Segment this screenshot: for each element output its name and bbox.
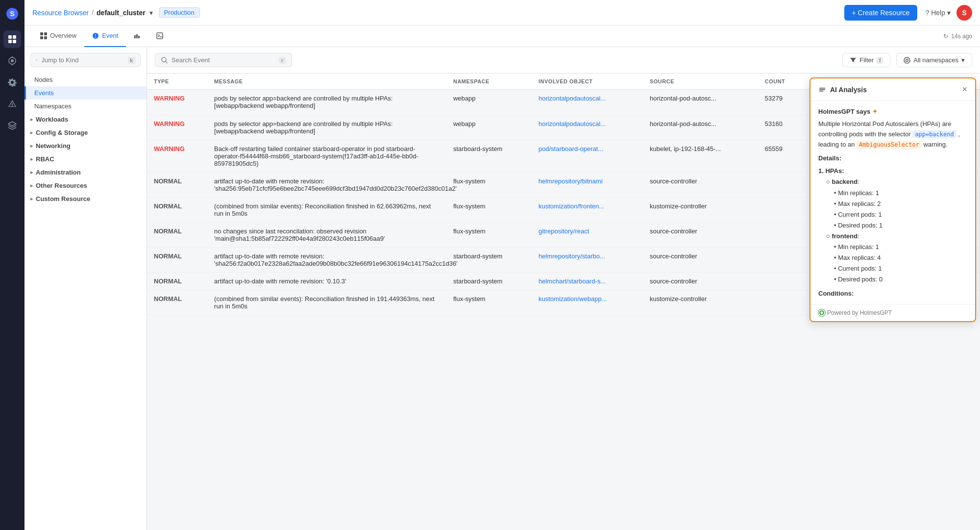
holmes-status-dot bbox=[818, 309, 825, 316]
cell-source: source-controller bbox=[643, 173, 758, 198]
svg-rect-3 bbox=[13, 35, 16, 39]
cell-involved-object[interactable]: horizontalpodautoscal... bbox=[532, 115, 643, 140]
tab-terminal[interactable] bbox=[148, 25, 171, 47]
create-resource-button[interactable]: + Create Resource bbox=[844, 5, 918, 21]
cell-count bbox=[758, 223, 804, 248]
nav-cluster-icon[interactable] bbox=[3, 52, 21, 70]
app-name[interactable]: Resource Browser bbox=[32, 9, 89, 17]
cell-source: kustomize-controller bbox=[643, 198, 758, 223]
sidebar-group-config-storage[interactable]: ▸ Config & Storage bbox=[24, 126, 147, 139]
help-icon: ? bbox=[925, 9, 929, 17]
config-storage-chevron-icon: ▸ bbox=[30, 130, 33, 135]
cluster-dropdown-icon[interactable]: ▾ bbox=[149, 9, 153, 17]
sidebar-search-box[interactable]: k bbox=[30, 53, 141, 67]
filter-button[interactable]: Filter f bbox=[842, 53, 890, 67]
cell-count: 65559 bbox=[758, 140, 804, 173]
cell-involved-object[interactable]: kustomization/fronten... bbox=[532, 198, 643, 223]
cell-involved-object[interactable]: helmrepository/starbo... bbox=[532, 248, 643, 273]
spark-icon: ✦ bbox=[872, 108, 878, 115]
filter-icon bbox=[850, 57, 857, 64]
conditions-title: Conditions: bbox=[818, 290, 967, 297]
help-chevron-icon: ▾ bbox=[947, 9, 951, 17]
ai-selector-code: app=backend bbox=[912, 130, 956, 138]
namespace-icon bbox=[904, 57, 910, 64]
refresh-info: ↻ 14s ago bbox=[943, 33, 972, 40]
cell-involved-object[interactable]: helmrepository/bitnami bbox=[532, 173, 643, 198]
cell-message: (combined from similar events): Reconcil… bbox=[207, 198, 446, 223]
holmes-footer-label: Powered by HolmesGPT bbox=[827, 309, 892, 316]
cell-involved-object[interactable]: helmchart/starboard-s... bbox=[532, 273, 643, 290]
backend-max-replicas: Max replicas: 2 bbox=[818, 199, 967, 209]
nav-settings-icon[interactable] bbox=[3, 74, 21, 91]
frontend-current-pods: Current pods: 1 bbox=[818, 263, 967, 274]
tab-chart[interactable] bbox=[126, 25, 148, 47]
ai-panel-close-button[interactable]: × bbox=[962, 84, 967, 95]
backend-item: ○ backend: bbox=[818, 177, 967, 187]
cell-involved-object[interactable]: pod/starboard-operat... bbox=[532, 140, 643, 173]
logo-icon[interactable]: S bbox=[3, 5, 21, 23]
rbac-chevron-icon: ▸ bbox=[30, 156, 33, 162]
svg-rect-10 bbox=[40, 32, 43, 35]
cell-involved-object[interactable]: horizontalpodautoscal... bbox=[532, 90, 643, 115]
namespace-label: All namespaces bbox=[913, 56, 958, 64]
frontend-desired-pods: Desired pods: 0 bbox=[818, 274, 967, 285]
help-button[interactable]: ? Help ▾ bbox=[925, 9, 951, 17]
sidebar-item-events[interactable]: Events bbox=[24, 86, 147, 100]
cell-involved-object[interactable]: gitrepository/react bbox=[532, 223, 643, 248]
tab-overview[interactable]: Overview bbox=[32, 25, 84, 47]
sidebar-group-custom-resource[interactable]: ▸ Custom Resource bbox=[24, 192, 147, 205]
nav-alert-icon[interactable] bbox=[3, 95, 21, 113]
nav-layers-icon[interactable] bbox=[3, 117, 21, 134]
user-avatar[interactable]: S bbox=[956, 5, 972, 21]
refresh-icon[interactable]: ↻ bbox=[943, 33, 948, 40]
nav-resource-icon[interactable] bbox=[3, 30, 21, 48]
rbac-label: RBAC bbox=[36, 155, 54, 163]
svg-line-19 bbox=[166, 61, 168, 63]
cell-namespace: flux-system bbox=[446, 290, 532, 315]
custom-resource-chevron-icon: ▸ bbox=[30, 196, 33, 202]
cell-namespace: starboard-system bbox=[446, 273, 532, 290]
sidebar-group-administration[interactable]: ▸ Administration bbox=[24, 166, 147, 179]
config-storage-label: Config & Storage bbox=[36, 129, 88, 136]
sidebar-search-input[interactable] bbox=[42, 56, 124, 64]
ai-intro-part3: warning. bbox=[924, 141, 948, 148]
cell-involved-object[interactable]: kustomization/webapp... bbox=[532, 290, 643, 315]
cell-message: pods by selector app=backend are control… bbox=[207, 90, 446, 115]
frontend-item: ○ frontend: bbox=[818, 231, 967, 242]
env-badge[interactable]: Production bbox=[159, 7, 200, 18]
cell-source: horizontal-pod-autosc... bbox=[643, 115, 758, 140]
sidebar-group-other-resources[interactable]: ▸ Other Resources bbox=[24, 179, 147, 192]
ai-analysis-panel: AI Analysis × HolmesGPT says ✦ Multiple … bbox=[809, 77, 976, 322]
tab-event-label: Event bbox=[102, 32, 118, 39]
tab-event[interactable]: Event bbox=[84, 25, 126, 47]
col-count: COUNT bbox=[758, 74, 804, 90]
event-search-box[interactable]: r bbox=[155, 53, 292, 67]
cell-type: NORMAL bbox=[147, 290, 207, 315]
svg-point-6 bbox=[11, 59, 14, 62]
sidebar-item-nodes[interactable]: Nodes bbox=[24, 73, 147, 86]
cell-message: artifact up-to-date with remote revision… bbox=[207, 273, 446, 290]
event-search-input[interactable] bbox=[172, 56, 275, 64]
col-namespace: NAMESPACE bbox=[446, 74, 532, 90]
backend-label: backend bbox=[832, 178, 858, 185]
cluster-name[interactable]: default_cluster bbox=[97, 9, 146, 17]
cell-count bbox=[758, 290, 804, 315]
cell-type: WARNING bbox=[147, 115, 207, 140]
cell-count: 53279 bbox=[758, 90, 804, 115]
svg-line-17 bbox=[37, 60, 37, 61]
sidebar-item-namespaces[interactable]: Namespaces bbox=[24, 100, 147, 113]
cell-type: WARNING bbox=[147, 90, 207, 115]
ai-warning-code: AmbiguousSelector bbox=[857, 141, 922, 149]
ai-panel-list-icon bbox=[818, 86, 826, 94]
sidebar-group-workloads[interactable]: ▸ Workloads bbox=[24, 113, 147, 126]
cell-namespace: starboard-system bbox=[446, 140, 532, 173]
cell-source: horizontal-pod-autosc... bbox=[643, 90, 758, 115]
namespace-selector[interactable]: All namespaces ▾ bbox=[896, 53, 972, 67]
ai-panel-header: AI Analysis × bbox=[810, 78, 975, 101]
hpas-item: 1. HPAs: bbox=[818, 166, 967, 177]
content-area: r Filter f All namespaces ▾ bbox=[147, 47, 980, 530]
sidebar-group-rbac[interactable]: ▸ RBAC bbox=[24, 152, 147, 166]
sidebar-group-networking[interactable]: ▸ Networking bbox=[24, 139, 147, 152]
svg-point-16 bbox=[36, 59, 37, 60]
filter-label: Filter bbox=[859, 56, 874, 64]
